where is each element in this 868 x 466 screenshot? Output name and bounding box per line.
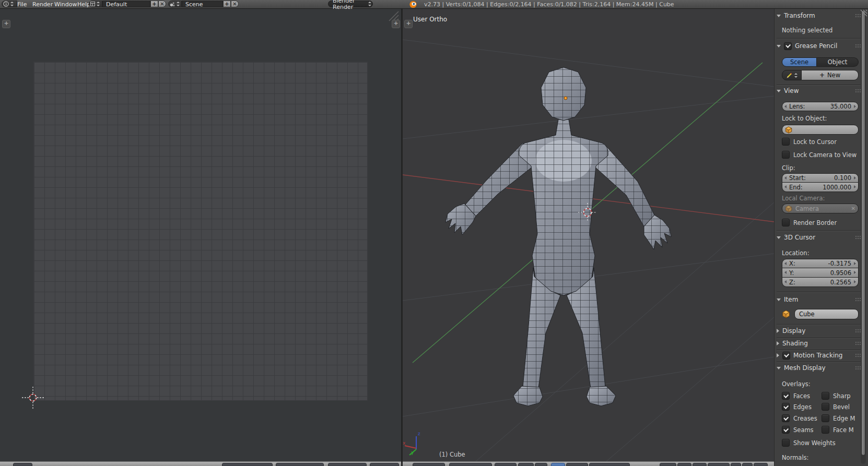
grease-pencil-checkbox[interactable] (784, 42, 792, 50)
panel-item-header[interactable]: Item (777, 295, 864, 304)
viewport-expand-toolshelf-button[interactable]: + (404, 20, 413, 28)
panel-display-header[interactable]: Display (777, 327, 864, 335)
bottom-toolbar-button[interactable] (693, 463, 707, 466)
overlay-creases-row[interactable]: Creases (782, 414, 817, 422)
area-divider[interactable] (401, 8, 403, 466)
screen-layout-button[interactable] (89, 1, 102, 7)
gp-scene-toggle[interactable]: Scene (782, 57, 817, 67)
panel-3d-cursor-header[interactable]: 3D Cursor (777, 233, 864, 242)
lock-camera-checkbox[interactable] (782, 151, 790, 159)
faces-checkbox[interactable] (782, 392, 790, 400)
cursor-x-field[interactable]: X: -0.3175 (782, 259, 859, 268)
overlay-sharp-row[interactable]: Sharp (822, 392, 851, 400)
render-border-row[interactable]: Render Border (782, 219, 837, 226)
bottom-toolbar-button[interactable] (13, 463, 32, 466)
add-layout-button[interactable]: + (150, 1, 158, 7)
scene-name-field[interactable]: Scene (182, 1, 223, 7)
layout-name-field[interactable]: Default (102, 1, 150, 7)
cursor-z-field[interactable]: Z: 0.2565 (782, 278, 859, 287)
creases-checkbox[interactable] (782, 414, 790, 422)
bottom-toolbar-button[interactable] (708, 463, 730, 466)
render-border-checkbox[interactable] (782, 219, 790, 226)
clip-start-field[interactable]: Start: 0.100 (782, 173, 859, 183)
clip-label: Clip: (782, 164, 795, 172)
panel-mesh-display-header[interactable]: Mesh Display (777, 364, 864, 372)
seams-checkbox[interactable] (782, 426, 790, 434)
mesh-wireframe-overlay (439, 61, 679, 415)
gp-datablock-button[interactable] (782, 70, 802, 80)
bottom-toolbar-button[interactable] (754, 463, 768, 466)
bottom-toolbar-button[interactable] (449, 463, 492, 466)
bottom-toolbar-button[interactable] (677, 463, 691, 466)
show-weights-row[interactable]: Show Weights (782, 439, 836, 447)
panel-transform-header[interactable]: Transform (777, 11, 864, 20)
menu-render[interactable]: Render (32, 1, 53, 8)
scene-selector-button[interactable] (168, 1, 182, 7)
uv-editor-expand-panel-button[interactable]: + (2, 20, 10, 28)
bottom-toolbar-button[interactable] (518, 463, 534, 466)
lock-to-object-field[interactable] (782, 125, 859, 135)
bottom-toolbar-button[interactable] (731, 463, 741, 466)
menu-window[interactable]: Window (54, 1, 77, 8)
overlay-face-m-row[interactable]: Face M (822, 426, 854, 434)
sidebar-scrollbar-thumb[interactable] (861, 10, 865, 456)
face-m-checkbox[interactable] (822, 426, 829, 434)
panel-motion-tracking-header[interactable]: Motion Tracking (777, 351, 864, 360)
editor-type-button[interactable] (2, 1, 17, 7)
gp-new-button[interactable]: + New (802, 70, 859, 80)
overlay-bevel-row[interactable]: Bevel (822, 403, 850, 411)
collapse-arrow-icon (777, 329, 779, 333)
bottom-toolbar-button[interactable] (370, 463, 399, 466)
clear-icon[interactable]: ✕ (851, 206, 855, 211)
bottom-toolbar-button[interactable] (495, 463, 517, 466)
bottom-toolbar-button[interactable] (413, 463, 445, 466)
collapse-arrow-icon (777, 90, 781, 92)
bottom-toolbar-button[interactable] (328, 463, 367, 466)
bottom-toolbar-button[interactable] (742, 463, 753, 466)
transform-empty-text: Nothing selected (782, 27, 832, 34)
bottom-toolbar-button[interactable] (535, 463, 547, 466)
bottom-toolbar-button[interactable] (660, 463, 676, 466)
overlay-seams-row[interactable]: Seams (782, 426, 814, 434)
menu-file[interactable]: File (17, 1, 27, 8)
lock-to-cursor-checkbox[interactable] (782, 138, 790, 146)
lock-to-cursor-row[interactable]: Lock to Cursor (782, 138, 837, 146)
uv-editor-grid (33, 62, 368, 401)
show-weights-checkbox[interactable] (782, 439, 790, 447)
bottom-toolbar-button[interactable] (566, 463, 588, 466)
delete-scene-button[interactable]: ✕ (231, 1, 239, 7)
dropdown-arrows-icon (96, 1, 100, 7)
bottom-toolbar-button[interactable] (222, 463, 273, 466)
cursor-location-label: Location: (782, 249, 810, 257)
lens-field[interactable]: Lens: 35.000 (782, 102, 859, 111)
motion-tracking-checkbox[interactable] (782, 352, 790, 360)
uv-image-editor[interactable]: + + (0, 8, 401, 461)
overlay-edges-row[interactable]: Edges (782, 403, 812, 411)
area-corner-handle[interactable] (859, 9, 867, 17)
cube-icon (785, 126, 792, 134)
edges-checkbox[interactable] (782, 403, 790, 411)
clip-end-field[interactable]: End: 1000.000 (782, 183, 859, 192)
panel-shading-header[interactable]: Shading (777, 339, 864, 348)
panel-view-header[interactable]: View (777, 87, 864, 95)
render-engine-select[interactable]: Blender Render (328, 1, 373, 7)
bottom-header-strip[interactable] (0, 461, 774, 466)
viewport-3d[interactable]: z x y User Ortho (1) Cube + (403, 8, 774, 461)
gp-object-toggle[interactable]: Object (817, 57, 859, 67)
local-camera-field[interactable]: Camera ✕ (782, 204, 859, 213)
bottom-toolbar-button[interactable] (551, 463, 565, 466)
uv-editor-expand-properties-button[interactable]: + (392, 20, 400, 28)
item-name-field[interactable]: Cube (794, 309, 859, 319)
sharp-checkbox[interactable] (822, 392, 829, 400)
bevel-checkbox[interactable] (822, 403, 829, 411)
panel-grease-pencil-header[interactable]: Grease Pencil (777, 42, 864, 50)
bottom-toolbar-button[interactable] (589, 463, 630, 466)
overlay-edge-m-row[interactable]: Edge M (822, 414, 855, 422)
edge-m-checkbox[interactable] (822, 414, 829, 422)
lock-camera-row[interactable]: Lock Camera to View (782, 151, 857, 159)
add-scene-button[interactable]: + (223, 1, 231, 7)
overlay-faces-row[interactable]: Faces (782, 392, 810, 400)
delete-layout-button[interactable]: ✕ (158, 1, 166, 7)
bottom-toolbar-button[interactable] (276, 463, 324, 466)
cursor-y-field[interactable]: Y: 0.9506 (782, 268, 859, 278)
